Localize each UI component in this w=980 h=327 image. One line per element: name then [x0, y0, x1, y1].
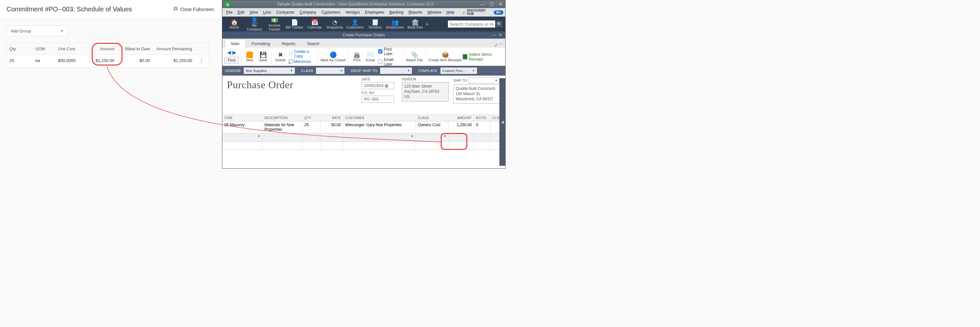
qb-titlebar: q Sample Quality-Built Construction - In…: [222, 0, 505, 8]
menu-vendors[interactable]: Vendors: [344, 10, 362, 15]
cell-uom[interactable]: ea: [33, 55, 56, 67]
company-search-input[interactable]: [447, 20, 495, 28]
print-later-checkbox[interactable]: Print Later: [378, 47, 401, 56]
print-icon: 🖨️: [353, 51, 360, 58]
expand-icon[interactable]: ⤢: [494, 43, 498, 48]
sov-header-row: Qty UOM Unit Cost Amount Billed to Date …: [6, 43, 209, 55]
search-button[interactable]: 🔍: [495, 20, 503, 28]
discovery-hub-button[interactable]: 💡 DISCOVERY HUB: [461, 9, 486, 16]
nav-vendors[interactable]: 🧾Vendors: [365, 19, 385, 29]
memorize-button[interactable]: 💭Memorize: [288, 59, 316, 64]
email-button[interactable]: ✉️Email: [364, 51, 377, 62]
cell-item[interactable]: 05 Masonry: [222, 121, 262, 133]
menu-employees[interactable]: Employees: [363, 10, 386, 15]
cell-amount[interactable]: 1,250.00: [449, 121, 474, 133]
tab-main[interactable]: Main: [225, 39, 246, 48]
cell-unit-cost[interactable]: $50.0000: [56, 55, 84, 67]
dropship-dropdown[interactable]: ▼: [380, 67, 412, 74]
cell-amount[interactable]: $1,250.00: [84, 55, 117, 67]
search-icon: 🔍: [497, 22, 502, 27]
delete-button[interactable]: ✖Delete: [274, 51, 287, 62]
nav-home[interactable]: 🏠Home: [224, 19, 244, 29]
menu-company[interactable]: Company: [298, 10, 318, 15]
select-items-receipt-button[interactable]: Select Items Receipt: [463, 52, 503, 62]
quickbooks-window: q Sample Quality-Built Construction - In…: [222, 0, 506, 169]
new-button[interactable]: 🟧New: [243, 51, 256, 62]
menu-contractor[interactable]: Contractor: [275, 10, 296, 15]
tab-formatting[interactable]: Formatting: [246, 40, 276, 48]
cell-rate[interactable]: 50.00: [320, 121, 343, 133]
reminders-button[interactable]: 🕒 99+: [488, 10, 503, 14]
prev-arrow-icon[interactable]: ◀: [227, 49, 231, 56]
print-button[interactable]: 🖨️Print: [350, 51, 363, 62]
close-fullscreen-button[interactable]: Close Fullscreen: [173, 6, 214, 12]
menu-banking[interactable]: Banking: [387, 10, 405, 15]
nav-mycompany[interactable]: 👤My Company: [244, 17, 264, 31]
cell-desc[interactable]: Materials for Noe Properties: [262, 121, 302, 133]
next-arrow-icon[interactable]: ▶: [232, 49, 236, 56]
vendor-dropdown[interactable]: Noe Supplies▼: [243, 67, 295, 74]
menu-edit[interactable]: Edit: [235, 10, 246, 15]
history-panel-toggle[interactable]: ◀: [500, 78, 505, 166]
cell-billed[interactable]: $0.00: [117, 55, 153, 67]
cell-remaining[interactable]: $1,250.00: [153, 55, 195, 67]
minimize-button[interactable]: —: [478, 2, 487, 7]
nav-snapshots[interactable]: ◔Snapshots: [325, 19, 345, 29]
cell-rcvd[interactable]: 0: [474, 121, 490, 133]
home-icon: 🏠: [224, 19, 244, 25]
nav-bill[interactable]: 📄Bill Tracker: [285, 19, 305, 29]
subwindow-title: Create Purchase Orders: [342, 33, 385, 37]
col-qty: QTY: [302, 115, 320, 121]
sub-minimize[interactable]: —: [492, 33, 496, 37]
cell-customer[interactable]: Wiessinger, Gary:Noe Properties: [343, 121, 415, 133]
select-items-icon: [463, 54, 467, 59]
copy-icon: 📄: [288, 51, 293, 56]
find-button[interactable]: Find: [224, 57, 239, 64]
nav-bankfeeds[interactable]: 🏛️Bank Fee: [405, 19, 425, 29]
nav-employees[interactable]: 👥Employees: [385, 19, 405, 29]
menu-file[interactable]: File: [224, 10, 234, 15]
class-picker: ▼: [418, 135, 446, 138]
shipto-dropdown[interactable]: ▼: [468, 78, 499, 83]
vendor-address[interactable]: 123 Main Street AnyTown, CA 19703 US: [402, 82, 449, 102]
add-group-dropdown[interactable]: Add Group ▼: [6, 25, 68, 36]
save-button[interactable]: 💾Save: [257, 51, 270, 62]
cell-qty[interactable]: 25: [7, 55, 33, 67]
col-rate: RATE: [320, 115, 343, 121]
nav-income[interactable]: 💵Income Tracker: [264, 17, 285, 31]
menu-customers[interactable]: Customers: [320, 10, 342, 15]
nav-calendar[interactable]: 📅Calendar: [305, 19, 325, 29]
vendor-addr-label: VENDOR: [402, 78, 449, 81]
attach-file-button[interactable]: 📎Attach File: [405, 51, 424, 62]
memorize-icon: 💭: [288, 59, 293, 64]
shipto-address[interactable]: Quality-Built Constructi 100 Mason St. W…: [453, 85, 502, 104]
mark-closed-button[interactable]: 🔵Mark As Closed: [320, 51, 346, 62]
email-later-checkbox[interactable]: Email Later: [378, 57, 401, 67]
chevron-down-icon: ▼: [407, 69, 410, 72]
cell-class[interactable]: Owners Cost: [416, 121, 449, 133]
collapse-caret-icon[interactable]: ˄: [500, 43, 502, 48]
pono-input[interactable]: PO--003: [362, 96, 394, 103]
template-dropdown[interactable]: Custom Purc...▼: [440, 67, 477, 74]
menu-help[interactable]: Help: [445, 10, 457, 15]
row-actions[interactable]: ⋮: [195, 55, 208, 67]
tab-reports[interactable]: Reports: [276, 40, 301, 48]
shipto-label: SHIP TO: [453, 79, 467, 82]
po-input-row[interactable]: ▼ ▼ ▼: [222, 133, 505, 142]
menu-view[interactable]: View: [248, 10, 260, 15]
tab-search[interactable]: Search: [301, 40, 325, 48]
nav-customers[interactable]: 👤Customers: [345, 19, 365, 29]
close-window-button[interactable]: ✕: [496, 2, 505, 7]
menu-window[interactable]: Window: [425, 10, 443, 15]
create-copy-button[interactable]: 📄Create a Copy: [288, 49, 316, 58]
date-input[interactable]: 10/05/2024▦: [362, 82, 394, 89]
po-table-header: ITEM DESCRIPTION QTY RATE CUSTOMER CLASS…: [222, 115, 505, 121]
menu-reports[interactable]: Reports: [407, 10, 424, 15]
cell-qty[interactable]: 25: [302, 121, 320, 133]
class-dropdown[interactable]: ▼: [316, 67, 345, 74]
maximize-button[interactable]: ☐: [487, 2, 496, 7]
menu-lists[interactable]: Lists: [261, 10, 273, 15]
sub-close[interactable]: ✕: [499, 33, 502, 37]
nav-more-button[interactable]: »: [426, 21, 428, 27]
create-item-receipts-button[interactable]: 📦Create Item Receipts: [428, 51, 462, 62]
